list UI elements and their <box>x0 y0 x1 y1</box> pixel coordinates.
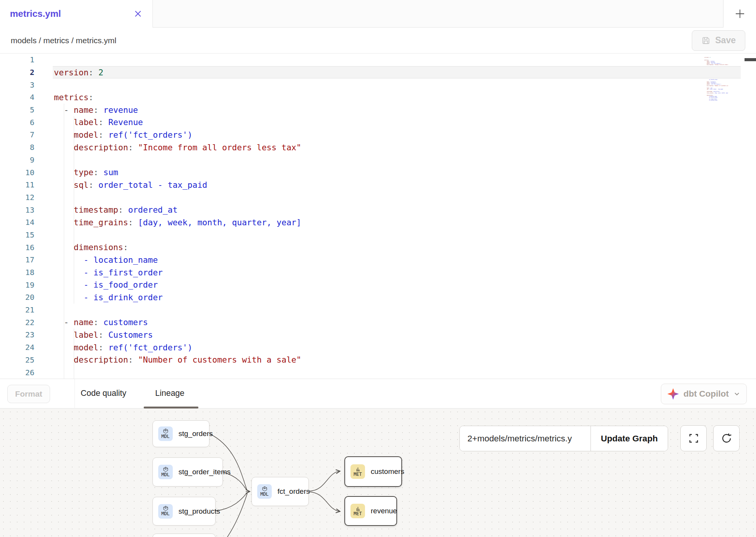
editor-toolbar: Format Code quality Lineage dbt Copilot <box>0 379 756 408</box>
line-number: 16 <box>0 243 34 252</box>
file-header-row: models / metrics / metrics.yml Save <box>0 28 756 54</box>
chevron-down-icon <box>733 391 740 397</box>
update-graph-button[interactable]: Update Graph <box>591 426 668 451</box>
code-line[interactable]: 1 <box>0 54 756 66</box>
node-label: stg_order_items <box>178 468 230 476</box>
graph-node-stg-orders[interactable]: MDL stg_orders <box>152 420 209 447</box>
line-number: 26 <box>0 368 34 377</box>
code-line[interactable]: 23 label: Customers <box>0 329 756 341</box>
model-chip: MDL <box>158 465 173 479</box>
graph-node-stg-products[interactable]: MDL stg_products <box>152 497 216 526</box>
cube-icon <box>163 467 169 472</box>
code-line[interactable]: 21 <box>0 304 756 316</box>
line-number: 3 <box>0 80 34 90</box>
node-label: revenue <box>371 507 397 515</box>
cube-icon <box>262 486 268 492</box>
code-line[interactable]: 17 - location_name <box>0 254 756 266</box>
code-line[interactable]: 20 - is_drink_order <box>0 291 756 304</box>
fullscreen-icon <box>688 433 699 444</box>
code-line[interactable]: 3 <box>0 78 756 91</box>
save-button[interactable]: Save <box>692 30 745 51</box>
copilot-label: dbt Copilot <box>683 389 729 399</box>
format-button[interactable]: Format <box>7 385 50 403</box>
code-line[interactable]: 14 time_grains: [day, week, month, quart… <box>0 216 756 229</box>
cube-icon <box>163 506 169 511</box>
tab-bar-empty-area <box>153 0 723 28</box>
code-line[interactable]: 12 <box>0 191 756 204</box>
dbt-copilot-button[interactable]: dbt Copilot <box>661 384 747 404</box>
bar-chart-icon <box>355 506 361 511</box>
code-line[interactable]: 22 - name: customers <box>0 316 756 329</box>
code-line[interactable]: 24 model: ref('fct_orders') <box>0 341 756 354</box>
lineage-selector-input[interactable] <box>460 426 591 451</box>
plus-icon <box>734 8 746 20</box>
lineage-canvas[interactable]: MDL stg_orders MDL stg_order_items MDL s… <box>0 408 756 537</box>
graph-node-partial[interactable]: MDL <box>152 534 216 537</box>
bar-chart-icon <box>355 466 361 472</box>
line-number: 1 <box>0 55 34 64</box>
new-tab-button[interactable] <box>723 0 756 28</box>
line-number: 20 <box>0 293 34 302</box>
tab-metrics-yml[interactable]: metrics.yml <box>0 0 153 28</box>
graph-node-stg-order-items[interactable]: MDL stg_order_items <box>152 457 223 487</box>
metric-chip: MET <box>350 464 365 479</box>
cube-icon <box>163 428 169 434</box>
line-number: 10 <box>0 168 34 177</box>
line-number: 17 <box>0 255 34 264</box>
line-number: 14 <box>0 218 34 227</box>
line-number: 18 <box>0 268 34 277</box>
graph-node-revenue[interactable]: MET revenue <box>344 496 397 526</box>
node-label: customers <box>371 467 404 476</box>
model-chip: MDL <box>158 504 173 519</box>
code-line[interactable]: 8 description: "Income from all orders l… <box>0 141 756 154</box>
node-label: stg_orders <box>178 430 213 438</box>
floppy-disk-icon <box>701 36 711 45</box>
graph-node-fct-orders[interactable]: MDL fct_orders <box>251 477 309 506</box>
line-number: 4 <box>0 93 34 102</box>
code-line[interactable]: 11 sql: order_total - tax_paid <box>0 179 756 191</box>
breadcrumb: models / metrics / metrics.yml <box>11 36 117 45</box>
code-line[interactable]: 9 <box>0 154 756 166</box>
code-line[interactable]: 26 <box>0 366 756 379</box>
line-number: 9 <box>0 155 34 164</box>
code-line[interactable]: 18 - is_first_order <box>0 266 756 279</box>
code-lines[interactable]: 12version: 234metrics:5 - name: revenue6… <box>0 54 756 379</box>
metric-chip: MET <box>350 504 365 518</box>
code-line[interactable]: 16 dimensions: <box>0 241 756 254</box>
line-number: 21 <box>0 305 34 314</box>
close-icon[interactable] <box>133 9 143 18</box>
fullscreen-button[interactable] <box>680 425 707 451</box>
code-line[interactable]: 10 type: sum <box>0 166 756 179</box>
save-label: Save <box>715 35 736 46</box>
line-number: 19 <box>0 280 34 290</box>
graph-selector-group: Update Graph <box>459 426 668 451</box>
code-line[interactable]: 2version: 2 <box>0 66 756 79</box>
line-number: 22 <box>0 318 34 327</box>
toolbar-divider <box>75 379 75 408</box>
code-line[interactable]: 4metrics: <box>0 91 756 104</box>
scrollbar-thumb[interactable] <box>745 58 756 61</box>
code-line[interactable]: 15 <box>0 229 756 241</box>
line-number: 6 <box>0 118 34 127</box>
code-line[interactable]: 19 - is_food_order <box>0 278 756 291</box>
code-line[interactable]: 6 label: Revenue <box>0 116 756 129</box>
model-chip: MDL <box>257 484 272 499</box>
code-line[interactable]: 25 description: "Number of customers wit… <box>0 354 756 366</box>
code-editor[interactable]: 12version: 234metrics:5 - name: revenue6… <box>0 54 756 379</box>
line-number: 24 <box>0 343 34 352</box>
code-line[interactable]: 13 timestamp: ordered_at <box>0 203 756 216</box>
code-line[interactable]: 5 - name: revenue <box>0 104 756 116</box>
tab-code-quality[interactable]: Code quality <box>81 389 127 398</box>
line-number: 13 <box>0 205 34 215</box>
line-number: 7 <box>0 130 34 139</box>
tab-lineage[interactable]: Lineage <box>155 389 185 398</box>
line-number: 25 <box>0 355 34 365</box>
line-number: 23 <box>0 330 34 339</box>
line-number: 12 <box>0 193 34 202</box>
line-number: 11 <box>0 180 34 189</box>
code-line[interactable]: 7 model: ref('fct_orders') <box>0 129 756 141</box>
tab-bar: metrics.yml <box>0 0 756 28</box>
refresh-button[interactable] <box>713 425 740 451</box>
tab-title: metrics.yml <box>10 8 61 19</box>
graph-node-customers[interactable]: MET customers <box>344 456 402 487</box>
